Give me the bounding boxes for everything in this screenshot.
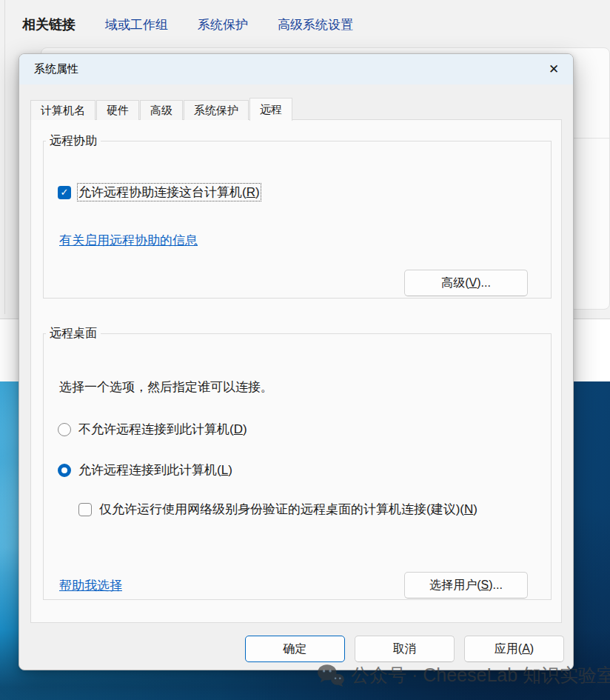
remote-desktop-legend: 远程桌面 — [46, 326, 101, 341]
wechat-icon — [317, 664, 345, 687]
cancel-button[interactable]: 取消 — [355, 636, 455, 662]
nla-label[interactable]: 仅允许运行使用网络级别身份验证的远程桌面的计算机连接(建议)(N) — [99, 501, 477, 517]
deny-remote-radio[interactable] — [58, 423, 71, 436]
remote-assistance-legend: 远程协助 — [46, 133, 101, 149]
allow-remote-assistance-row: ✓ 允许远程协助连接这台计算机(R) — [58, 184, 260, 200]
close-icon[interactable]: ✕ — [539, 56, 569, 81]
select-users-button[interactable]: 选择用户(S)... — [404, 572, 528, 599]
tab-remote[interactable]: 远程 — [249, 98, 292, 121]
link-advanced-system-settings[interactable]: 高级系统设置 — [278, 16, 353, 33]
tab-advanced[interactable]: 高级 — [140, 100, 183, 120]
nla-checkbox[interactable] — [78, 503, 92, 516]
ok-button[interactable]: 确定 — [245, 636, 345, 662]
system-properties-dialog: 系统属性 ✕ 计算机名 硬件 高级 系统保护 远程 远程协助 ✓ 允许远程协助连… — [19, 53, 574, 670]
dialog-title: 系统属性 — [34, 62, 78, 76]
settings-page-edge — [4, 0, 5, 314]
nla-row: 仅允许运行使用网络级别身份验证的远程桌面的计算机连接(建议)(N) — [78, 501, 477, 517]
check-icon: ✓ — [61, 187, 69, 197]
dialog-titlebar[interactable]: 系统属性 ✕ — [19, 54, 573, 84]
watermark-text: 公众号 · CheeseLab 知识实验室 — [351, 663, 610, 687]
apply-button[interactable]: 应用(A) — [464, 636, 564, 662]
deny-remote-row: 不允许远程连接到此计算机(D) — [58, 421, 247, 437]
related-links-title: 相关链接 — [22, 16, 76, 33]
allow-remote-assistance-label[interactable]: 允许远程协助连接这台计算机(R) — [78, 184, 260, 200]
remote-desktop-caption: 选择一个选项，然后指定谁可以连接。 — [59, 379, 273, 396]
remote-assistance-info-link[interactable]: 有关启用远程协助的信息 — [59, 232, 198, 249]
screen: 相关链接 域或工作组 系统保护 高级系统设置 系统属性 ✕ 计算机名 硬件 高级… — [0, 0, 610, 700]
deny-remote-label[interactable]: 不允许远程连接到此计算机(D) — [78, 421, 247, 437]
tab-computer-name[interactable]: 计算机名 — [30, 100, 95, 120]
allow-remote-label[interactable]: 允许远程连接到此计算机(L) — [78, 462, 232, 478]
tab-strip: 计算机名 硬件 高级 系统保护 远程 — [30, 97, 293, 120]
link-domain-or-workgroup[interactable]: 域或工作组 — [105, 16, 168, 33]
allow-remote-row: 允许远程连接到此计算机(L) — [58, 462, 232, 478]
remote-assistance-group: 远程协助 ✓ 允许远程协助连接这台计算机(R) 有关启用远程协助的信息 高级(V… — [43, 133, 552, 299]
advanced-button[interactable]: 高级(V)... — [404, 270, 528, 296]
related-links-bar: 相关链接 域或工作组 系统保护 高级系统设置 — [22, 16, 353, 33]
tab-system-protection[interactable]: 系统保护 — [184, 100, 249, 120]
tab-hardware[interactable]: 硬件 — [96, 100, 139, 120]
help-me-choose-link[interactable]: 帮助我选择 — [59, 577, 122, 594]
link-system-protection[interactable]: 系统保护 — [198, 16, 248, 33]
watermark: 公众号 · CheeseLab 知识实验室 — [317, 663, 610, 687]
allow-remote-assistance-checkbox[interactable]: ✓ — [58, 186, 71, 199]
remote-desktop-group: 远程桌面 选择一个选项，然后指定谁可以连接。 不允许远程连接到此计算机(D) 允… — [43, 326, 552, 600]
remote-tab-page: 远程协助 ✓ 允许远程协助连接这台计算机(R) 有关启用远程协助的信息 高级(V… — [30, 119, 562, 623]
allow-remote-radio[interactable] — [58, 464, 71, 477]
